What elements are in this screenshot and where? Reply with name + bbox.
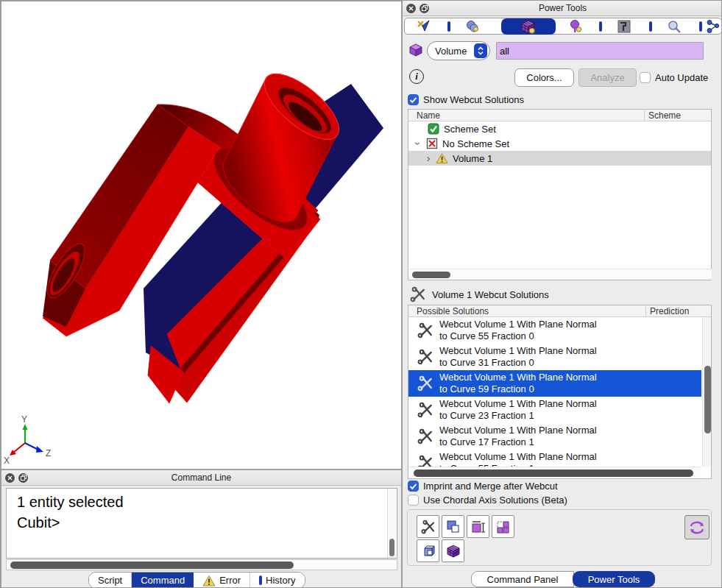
colors-button[interactable]: Colors... — [514, 68, 574, 87]
split-blocks-button[interactable] — [492, 515, 514, 538]
tab-error[interactable]: Error — [194, 573, 250, 588]
refresh-solutions-button[interactable] — [684, 515, 709, 539]
command-prompt-line: Cubit> — [17, 512, 386, 533]
solution-row[interactable]: Webcut Volume 1 With Plane Normalto Curv… — [408, 397, 701, 423]
close-icon[interactable] — [5, 473, 15, 483]
volume-cube-icon — [408, 43, 423, 57]
undock-icon[interactable] — [18, 473, 28, 483]
history-bar-icon — [259, 575, 262, 585]
tab-separator — [649, 21, 652, 32]
tab-script[interactable]: Script — [89, 573, 132, 588]
blob-icon — [465, 19, 480, 34]
extend-surface-icon — [471, 520, 486, 534]
entity-id-input[interactable] — [496, 42, 704, 60]
auto-update-checkbox[interactable] — [640, 72, 651, 83]
tab-repair-tools[interactable] — [608, 19, 640, 34]
tree-horizontal-scrollbar-thumb[interactable] — [412, 272, 450, 278]
tab-command-panel[interactable]: Command Panel — [471, 571, 574, 587]
scissors-icon — [417, 349, 433, 365]
overlap-squares-button[interactable] — [442, 515, 464, 538]
analyze-button-label: Analyze — [590, 72, 624, 83]
overlap-squares-icon — [446, 520, 461, 534]
close-icon[interactable] — [406, 4, 416, 13]
warning-icon — [202, 575, 216, 587]
disclosure-collapsed-icon[interactable]: › — [425, 155, 432, 162]
solutions-vertical-scrollbar[interactable] — [702, 317, 712, 467]
3d-viewport[interactable]: Y Z X — [1, 1, 402, 470]
command-line-panel: Command Line 1 entity selected Cubit> Sc… — [1, 470, 402, 588]
undock-icon[interactable] — [420, 4, 429, 13]
tree-horizontal-scrollbar[interactable] — [409, 269, 712, 280]
solution-line1: Webcut Volume 1 With Plane Normal — [439, 319, 597, 330]
voxel-cube-button[interactable] — [442, 539, 464, 562]
tab-search-tools[interactable] — [658, 19, 690, 34]
hammer-icon — [617, 19, 631, 34]
imprint-merge-checkbox[interactable] — [408, 481, 419, 492]
tab-command[interactable]: Command — [132, 573, 194, 588]
imprint-merge-label: Imprint and Merge after Webcut — [423, 481, 558, 492]
solution-line2: to Curve 23 Fraction 1 — [439, 410, 597, 422]
tab-webcut-tools[interactable] — [512, 19, 544, 34]
tree-row-label: Scheme Set — [444, 124, 496, 135]
entity-type-dropdown[interactable]: Volume — [427, 41, 490, 60]
solutions-vertical-scrollbar-thumb[interactable] — [704, 366, 711, 433]
show-webcut-checkbox[interactable] — [408, 94, 419, 105]
tree-row-no-scheme-set[interactable]: › No Scheme Set — [408, 136, 711, 151]
tab-probe-tools[interactable] — [559, 19, 592, 34]
command-vertical-scrollbar-thumb[interactable] — [389, 539, 394, 556]
magnifier-icon — [667, 19, 682, 34]
chordal-axis-label: Use Chordal Axis Solutions (Beta) — [423, 495, 567, 506]
tree-row-scheme-set[interactable]: Scheme Set — [408, 121, 711, 136]
command-line-tabs: Script Command Error History — [88, 572, 305, 588]
scissors-icon — [417, 375, 433, 392]
solution-row[interactable]: Webcut Volume 1 With Plane Normalto Curv… — [408, 317, 701, 344]
command-horizontal-scrollbar[interactable] — [6, 559, 397, 570]
cube-face-icon — [421, 544, 436, 559]
solution-line2: to Curve 55 Fraction 0 — [439, 330, 597, 342]
voxel-cube-icon — [446, 544, 461, 559]
red-x-icon — [426, 138, 438, 149]
entity-type-label: Volume — [435, 46, 467, 57]
chordal-axis-checkbox[interactable] — [408, 495, 419, 506]
solution-row[interactable]: Webcut Volume 1 With Plane Normalto Curv… — [408, 344, 701, 370]
power-tools-titlebar: Power Tools — [403, 1, 722, 16]
tree-row-volume-1[interactable]: › Volume 1 — [408, 151, 711, 166]
solutions-horizontal-scrollbar[interactable] — [409, 467, 701, 478]
cube-face-button[interactable] — [417, 539, 439, 562]
arrow-cross-icon — [416, 19, 431, 34]
webcut-actions-box — [407, 509, 712, 566]
axis-triad: Y Z X — [4, 414, 51, 466]
command-horizontal-scrollbar-thumb[interactable] — [10, 562, 294, 569]
auto-update-label: Auto Update — [655, 72, 708, 83]
model-scene: Y Z X — [1, 1, 401, 469]
tab-mesh-tools[interactable] — [456, 19, 489, 34]
solution-line1: Webcut Volume 1 With Plane Normal — [439, 372, 597, 383]
extend-surface-button[interactable] — [467, 515, 489, 538]
tab-separator — [699, 21, 702, 32]
refresh-icon — [688, 520, 706, 536]
tab-history[interactable]: History — [250, 573, 304, 588]
scissors-icon — [417, 322, 433, 339]
tab-power-tools[interactable]: Power Tools — [573, 571, 655, 587]
warning-icon — [436, 152, 448, 164]
tree-row-label: Volume 1 — [453, 153, 492, 164]
solutions-horizontal-scrollbar-thumb[interactable] — [414, 470, 693, 477]
colors-button-label: Colors... — [526, 72, 562, 83]
webcut-button[interactable] — [417, 515, 439, 538]
solution-line1: Webcut Volume 1 With Plane Normal — [439, 345, 597, 357]
command-output-area[interactable]: 1 entity selected Cubit> — [6, 488, 397, 559]
analyze-button[interactable]: Analyze — [578, 68, 637, 87]
command-vertical-scrollbar[interactable] — [387, 489, 396, 558]
tab-power-tools-label: Power Tools — [588, 574, 640, 585]
solution-line2: to Curve 59 Fraction 0 — [439, 383, 597, 395]
tab-script-label: Script — [98, 575, 122, 586]
scheme-tree: Name Scheme Scheme Set › No Scheme Set ›… — [408, 109, 712, 280]
info-icon[interactable]: i — [409, 69, 424, 84]
tab-geometry-tools[interactable] — [407, 19, 439, 34]
tab-assembly-tools[interactable] — [703, 19, 722, 34]
solution-line1: Webcut Volume 1 With Plane Normal — [439, 451, 597, 463]
disclosure-expanded-icon[interactable]: › — [414, 140, 422, 147]
solution-row-selected[interactable]: Webcut Volume 1 With Plane Normalto Curv… — [408, 370, 701, 397]
command-line-title: Command Line — [1, 472, 401, 483]
solution-row[interactable]: Webcut Volume 1 With Plane Normalto Curv… — [408, 423, 701, 450]
